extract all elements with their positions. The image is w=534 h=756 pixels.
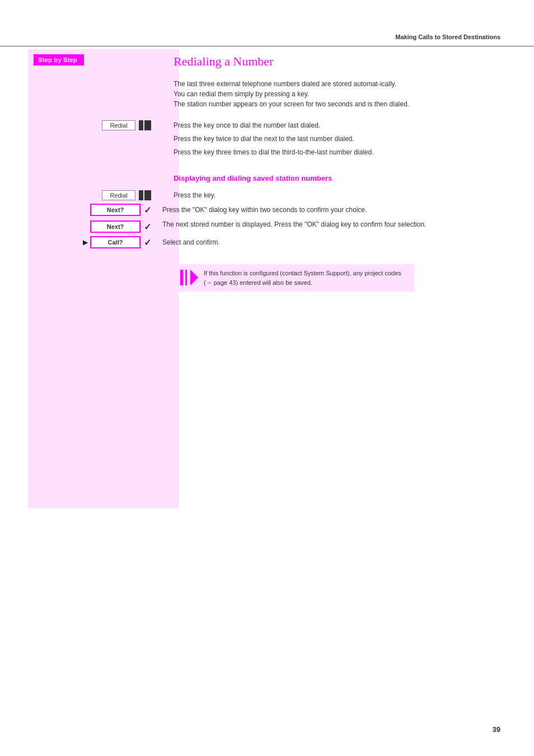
instruction-1: Press the key once to dial the number la… <box>174 121 320 129</box>
intro-line-3: The station number appears on your scree… <box>174 100 409 108</box>
note-text: If this function is configured (contact … <box>204 269 407 287</box>
checkmark-3: ✓ <box>144 237 151 248</box>
header-title: Making Calls to Stored Destinations <box>395 34 500 40</box>
call-button[interactable]: Call? <box>90 236 140 248</box>
page-title: Redialing a Number <box>174 54 506 69</box>
key-indicator-2 <box>138 190 151 200</box>
sub-instruction-3: The next stored number is displayed. Pre… <box>162 220 426 228</box>
intro-paragraph: The last three external telephone number… <box>174 79 414 109</box>
sub-section-title: Displaying and dialing saved station num… <box>174 174 506 182</box>
intro-line-1: The last three external telephone number… <box>174 80 396 88</box>
checkmark-2: ✓ <box>144 222 151 232</box>
note-box: If this function is configured (contact … <box>174 264 414 292</box>
arrow-indicator: ▶ <box>83 238 88 246</box>
step-by-step-badge: Step by Step <box>34 54 84 65</box>
page-header: Making Calls to Stored Destinations <box>0 0 534 46</box>
intro-line-2: You can redial them simply by pressing a… <box>174 90 309 98</box>
note-icon <box>180 270 198 285</box>
sub-instruction-2: Press the "OK" dialog key within two sec… <box>162 206 367 214</box>
next-button-1[interactable]: Next? <box>90 204 140 216</box>
redial-button-2[interactable]: Redial <box>102 190 135 200</box>
instruction-2: Press the key twice to dial the next to … <box>174 135 354 143</box>
sub-instruction-4: Select and confirm. <box>162 238 220 246</box>
instruction-3: Press the key three times to dial the th… <box>174 148 374 156</box>
sub-instruction-1: Press the key. <box>174 191 216 199</box>
key-indicator-1 <box>138 120 151 130</box>
page-number: 39 <box>493 725 500 734</box>
next-button-2[interactable]: Next? <box>90 220 140 233</box>
redial-button-1[interactable]: Redial <box>102 120 135 130</box>
checkmark-1: ✓ <box>144 205 151 215</box>
